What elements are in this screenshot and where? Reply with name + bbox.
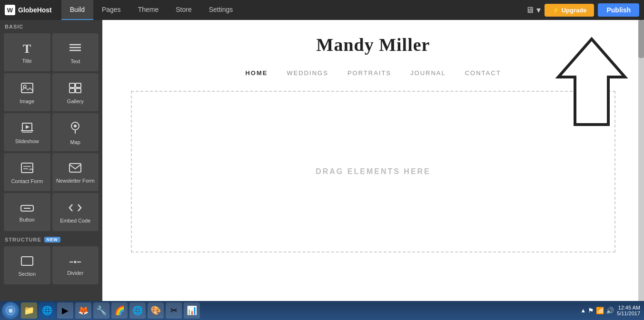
map-icon xyxy=(69,121,81,136)
taskbar-snip-icon[interactable]: ✂ xyxy=(166,302,182,319)
tray-arrow[interactable]: ▲ xyxy=(580,307,586,314)
sidebar-item-newsletter[interactable]: Newsletter Form xyxy=(52,153,99,191)
gallery-icon xyxy=(69,82,82,96)
basic-items-grid: T Title Text Image Gallery xyxy=(0,31,102,233)
title-label: Title xyxy=(22,58,32,64)
sidebar-item-button[interactable]: Button xyxy=(4,193,50,231)
button-label: Button xyxy=(20,217,35,223)
top-navigation: W GlobeHost Build Pages Theme Store Sett… xyxy=(0,0,644,20)
clock[interactable]: 12:45 AM 5/11/2017 xyxy=(617,305,640,316)
text-label: Text xyxy=(70,58,80,64)
sidebar-item-slideshow[interactable]: Slideshow xyxy=(4,113,50,151)
logo-icon: W xyxy=(5,5,15,15)
text-icon xyxy=(69,43,82,56)
svg-rect-6 xyxy=(76,83,81,87)
nav-theme[interactable]: Theme xyxy=(129,0,168,20)
svg-rect-20 xyxy=(21,257,33,265)
taskbar-right: ▲ ⚑ 📶 🔊 12:45 AM 5/11/2017 xyxy=(580,305,642,316)
publish-button[interactable]: Publish xyxy=(598,3,639,17)
main-layout: BASIC T Title Text Image xyxy=(0,20,644,301)
logo-area[interactable]: W GlobeHost xyxy=(5,5,52,15)
sidebar-item-embed-code[interactable]: Embed Code xyxy=(52,193,99,231)
nav-store[interactable]: Store xyxy=(167,0,200,20)
structure-items-grid: Section Divider xyxy=(0,244,102,286)
scrollbar[interactable] xyxy=(638,20,644,301)
nav-items: Build Pages Theme Store Settings xyxy=(61,0,241,20)
taskbar: ⊞ 📁 🌐 ▶ 🦊 🔧 🌈 🌐 🎨 ✂ 📊 ▲ ⚑ 📶 🔊 12:45 AM 5… xyxy=(0,301,644,320)
image-label: Image xyxy=(20,98,34,104)
sidebar-item-map[interactable]: Map xyxy=(52,113,99,151)
embed-code-label: Embed Code xyxy=(60,218,90,223)
gallery-label: Gallery xyxy=(67,98,84,104)
basic-section-label: BASIC xyxy=(0,20,102,31)
taskbar-tool1-icon[interactable]: 🔧 xyxy=(93,302,109,319)
taskbar-firefox-icon[interactable]: 🦊 xyxy=(75,302,91,319)
newsletter-icon xyxy=(69,163,82,175)
site-title: Mandy Miller xyxy=(112,34,634,55)
sidebar-item-title[interactable]: T Title xyxy=(4,33,50,71)
upgrade-button[interactable]: ⚡ Upgrade xyxy=(545,4,594,17)
tray-network[interactable]: 📶 xyxy=(596,307,604,314)
tray-flag[interactable]: ⚑ xyxy=(588,307,594,314)
site-header: Mandy Miller xyxy=(102,20,644,65)
image-icon xyxy=(20,82,34,96)
taskbar-excel-icon[interactable]: 📊 xyxy=(184,302,200,319)
map-label: Map xyxy=(70,139,80,145)
site-nav-home[interactable]: HOME xyxy=(245,69,268,77)
slideshow-label: Slideshow xyxy=(15,138,39,144)
new-badge: NEW xyxy=(44,237,60,242)
nav-build[interactable]: Build xyxy=(61,0,93,20)
nav-actions: 🖥 ▾ ⚡ Upgrade Publish xyxy=(525,3,639,17)
sidebar-item-section[interactable]: Section xyxy=(4,246,50,284)
divider-label: Divider xyxy=(67,270,83,276)
start-button[interactable]: ⊞ xyxy=(2,302,19,319)
sidebar-item-image[interactable]: Image xyxy=(4,73,50,111)
drop-zone[interactable]: DRAG ELEMENTS HERE xyxy=(131,91,615,252)
device-icon[interactable]: 🖥 ▾ xyxy=(525,5,541,15)
embed-code-icon xyxy=(69,203,82,215)
sidebar: BASIC T Title Text Image xyxy=(0,20,102,301)
taskbar-net-icon[interactable]: 🌐 xyxy=(129,302,146,319)
title-icon: T xyxy=(23,43,31,55)
canvas-area: Mandy Miller HOME WEDDINGS PORTRAITS JOU… xyxy=(102,20,644,301)
sidebar-item-gallery[interactable]: Gallery xyxy=(52,73,99,111)
nav-settings[interactable]: Settings xyxy=(200,0,242,20)
system-tray-icons: ▲ ⚑ 📶 🔊 xyxy=(580,307,614,314)
site-nav-journal[interactable]: JOURNAL xyxy=(410,69,446,77)
svg-rect-3 xyxy=(21,83,33,93)
contact-form-icon xyxy=(20,162,34,175)
site-nav-contact[interactable]: CONTACT xyxy=(465,69,501,77)
sidebar-item-text[interactable]: Text xyxy=(52,33,99,71)
newsletter-label: Newsletter Form xyxy=(56,178,95,184)
taskbar-media-icon[interactable]: ▶ xyxy=(57,302,73,319)
svg-rect-17 xyxy=(69,164,81,172)
button-icon xyxy=(20,204,34,214)
contact-form-label: Contact Form xyxy=(11,178,43,184)
sidebar-item-divider[interactable]: Divider xyxy=(52,246,99,284)
svg-marker-10 xyxy=(26,125,30,129)
site-navigation: HOME WEDDINGS PORTRAITS JOURNAL CONTACT xyxy=(102,65,644,86)
svg-rect-8 xyxy=(76,88,81,93)
section-icon xyxy=(20,256,34,268)
logo-text: GlobeHost xyxy=(18,6,52,14)
svg-rect-5 xyxy=(69,83,75,87)
canvas-inner: Mandy Miller HOME WEDDINGS PORTRAITS JOU… xyxy=(102,20,644,301)
site-nav-weddings[interactable]: WEDDINGS xyxy=(287,69,328,77)
svg-rect-14 xyxy=(21,163,33,173)
svg-point-12 xyxy=(74,125,77,127)
nav-pages[interactable]: Pages xyxy=(93,0,129,20)
slideshow-icon xyxy=(20,122,34,136)
taskbar-ie-icon[interactable]: 🌐 xyxy=(39,302,55,319)
section-label: Section xyxy=(18,271,36,277)
tray-volume[interactable]: 🔊 xyxy=(606,307,614,314)
scrollbar-thumb[interactable] xyxy=(638,20,644,58)
sidebar-item-contact-form[interactable]: Contact Form xyxy=(4,153,50,191)
svg-text:⊞: ⊞ xyxy=(9,308,12,313)
site-nav-portraits[interactable]: PORTRAITS xyxy=(347,69,391,77)
taskbar-folder-icon[interactable]: 📁 xyxy=(21,302,37,319)
taskbar-chrome-icon[interactable]: 🌈 xyxy=(111,302,128,319)
svg-rect-7 xyxy=(69,88,75,93)
drop-zone-text: DRAG ELEMENTS HERE xyxy=(316,167,431,176)
taskbar-paint-icon[interactable]: 🎨 xyxy=(148,302,164,319)
structure-section-label: STRUCTURE NEW xyxy=(0,233,102,244)
